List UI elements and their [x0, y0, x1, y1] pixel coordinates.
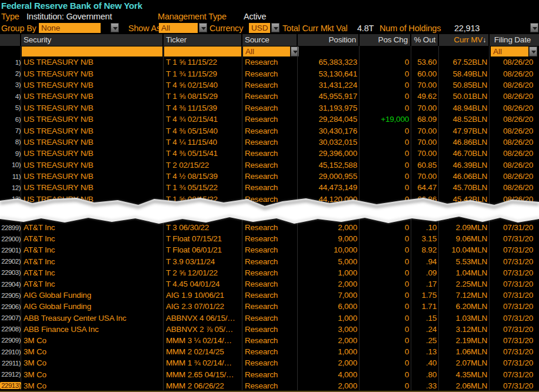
cell-curr-mv: 50.85BLN [439, 81, 490, 89]
cell-ticker: T 4 ⅜ 05/15/41 [164, 149, 242, 158]
cell-filing: 07/31/20 [490, 302, 539, 311]
table-row[interactable]: 22909)3M CoMMM 3 ¼ 02/14/…Research2,0000… [0, 335, 539, 346]
cell-filing: 08/26/20 [490, 81, 539, 89]
cell-num: 6) [0, 116, 21, 123]
cell-source: Research [242, 149, 298, 158]
table-row[interactable]: 22907)ABB Treasury Center USA IncABBNVX … [0, 313, 539, 324]
cell-filing: 08/26/20 [490, 127, 539, 135]
cell-pct-out: .40 [411, 358, 439, 367]
cell-ticker: T 4 ⅜ 11/15/39 [164, 104, 242, 112]
cell-position: 1,000 [298, 314, 360, 323]
cell-curr-mv: 1.03MLN [439, 314, 490, 323]
cell-filing: 07/31/20 [490, 325, 539, 334]
cell-source: Research [242, 234, 298, 243]
cell-curr-mv: 1.04MLN [439, 268, 490, 277]
toolbar-right-dropdown-arrow-icon[interactable] [530, 23, 538, 32]
page-title: Federal Reserve Bank of New York [1, 1, 142, 11]
column-header-pct-out[interactable]: % Out [411, 34, 439, 46]
cell-ticker: T 2 02/15/22 [164, 161, 242, 170]
cell-source: Research [242, 314, 298, 323]
table-row[interactable]: 8)US TREASURY N/BT 4 ¼ 11/15/40Research3… [0, 137, 539, 148]
cell-pct-out: 70.00 [411, 104, 439, 112]
holdings-table-bottom-section: 22899)AT&T IncT 3 06/30/22Research2,0000… [0, 222, 539, 391]
cell-curr-mv: 1.06MLN [439, 347, 490, 356]
cell-num: 11) [0, 173, 21, 180]
column-header-source[interactable]: Source [242, 34, 298, 46]
cell-curr-mv: 4.35MLN [439, 370, 490, 379]
table-row[interactable]: 22906)AIG Global FundingAIG 2.3 07/01/22… [0, 301, 539, 312]
cell-filing: 07/31/20 [490, 370, 539, 379]
cell-pos-chg: 0 [360, 381, 411, 390]
column-header-security[interactable]: Security [21, 34, 164, 46]
security-filter-input[interactable] [22, 46, 162, 57]
cell-pos-chg: 0 [360, 268, 411, 277]
table-row[interactable]: 5)US TREASURY N/BT 4 ⅜ 11/15/39Research3… [0, 102, 539, 114]
table-row[interactable]: 22903)AT&T IncT 2 ⅝ 12/01/22Research1,00… [0, 267, 539, 278]
cell-source: Research [242, 347, 298, 356]
table-row[interactable]: 22908)ABB Finance USA IncABBNVX 2 ⅞ 05/…… [0, 324, 539, 335]
table-row[interactable]: 7)US TREASURY N/BT 4 ⅜ 05/15/40Research3… [0, 125, 539, 136]
table-row[interactable]: 22905)AIG Global FundingAIG 1.9 10/06/21… [0, 290, 539, 301]
table-row[interactable]: 10)US TREASURY N/BT 2 02/15/22Research45… [0, 160, 539, 171]
cell-pos-chg: 0 [360, 234, 411, 243]
column-header-ticker[interactable]: Ticker [164, 34, 242, 46]
currency-dropdown-arrow-icon[interactable] [271, 23, 280, 32]
cell-curr-mv: 5.53MLN [439, 257, 490, 266]
group-by-select[interactable]: None [39, 23, 101, 33]
filing-date-filter-select[interactable]: All [491, 46, 528, 57]
table-row[interactable]: 22910)3M CoMMM 2 02/14/25Research1,0000.… [0, 346, 539, 357]
cell-pos-chg: 0 [360, 280, 411, 288]
ticker-filter-input[interactable] [164, 46, 241, 57]
table-row[interactable]: 6)US TREASURY N/BT 4 ¾ 02/15/41Research2… [0, 114, 539, 125]
table-row[interactable]: 11)US TREASURY N/BT 4 ½ 08/15/39Research… [0, 171, 539, 182]
table-row[interactable]: 22901)AT&T IncT Float 06/01/21Research10… [0, 244, 539, 255]
cell-pct-out: 1.71 [411, 302, 439, 311]
cell-pct-out: 8.92 [411, 245, 439, 254]
column-header-filing-date[interactable]: Filing Date [490, 34, 539, 46]
table-row[interactable]: 9)US TREASURY N/BT 4 ⅜ 05/15/41Research2… [0, 148, 539, 159]
group-by-dropdown-arrow-icon[interactable] [111, 23, 119, 32]
cell-pos-chg: 0 [360, 291, 411, 300]
table-row[interactable]: 22902)AT&T IncT 3.9 03/11/24Research5,00… [0, 256, 539, 267]
column-header-curr-mv[interactable]: Curr MV↓ [439, 34, 490, 46]
holdings-table-top-section: 1)US TREASURY N/BT 1 ⅝ 11/15/22Research6… [0, 57, 539, 205]
cell-pos-chg: 0 [360, 245, 411, 254]
cell-pos-chg: 0 [360, 104, 411, 112]
cell-ticker: T 4 ½ 08/15/39 [164, 172, 242, 181]
asset-type-dropdown-arrow-icon[interactable] [199, 23, 207, 32]
cell-source: Research [242, 257, 298, 266]
cell-filing: 07/31/20 [490, 234, 539, 243]
asset-type-select[interactable]: All [159, 23, 198, 33]
cell-num: 22911) [0, 360, 21, 367]
table-row[interactable]: 22911)3M CoMMM 1 ¾ 02/14/…Research2,0000… [0, 357, 539, 368]
table-row[interactable]: 1)US TREASURY N/BT 1 ⅝ 11/15/22Research6… [0, 57, 539, 68]
column-header-position[interactable]: Position [298, 34, 360, 46]
cell-num: 1) [0, 59, 21, 66]
cell-filing: 07/31/20 [490, 291, 539, 300]
cell-num: 22903) [0, 269, 21, 276]
column-header-pos-chg[interactable]: Pos Chg [360, 34, 411, 46]
currency-select[interactable]: USD [249, 23, 270, 33]
cell-security: AT&T Inc [21, 257, 164, 266]
cell-filing: 08/26/20 [490, 183, 539, 192]
filing-date-filter-dropdown-arrow-icon[interactable] [529, 46, 537, 57]
table-row[interactable]: 22904)AT&T IncT 4.45 04/01/24Research2,0… [0, 278, 539, 290]
cell-filing: 08/26/20 [490, 92, 539, 101]
cell-security: 3M Co [21, 370, 164, 379]
table-row[interactable]: 3)US TREASURY N/BT 4 ⅝ 02/15/40Research3… [0, 79, 539, 91]
cell-pct-out: 60.00 [411, 69, 439, 78]
table-row[interactable]: 22913)3M CoMMM 2 06/26/22Research2,0000.… [0, 380, 539, 391]
table-row[interactable]: 4)US TREASURY N/BT 1 ⅝ 08/15/29Research4… [0, 91, 539, 102]
table-row[interactable]: 22912)3M CoMMM 2.65 04/15/…Research4,000… [0, 368, 539, 380]
cell-security: US TREASURY N/B [21, 172, 164, 181]
source-filter-select[interactable]: All [243, 46, 290, 57]
cell-pos-chg: 0 [360, 161, 411, 170]
table-row[interactable]: 2)US TREASURY N/BT 1 ¾ 11/15/29Research5… [0, 68, 539, 79]
table-row[interactable]: 22900)AT&T IncT Float 07/15/21Research9,… [0, 233, 539, 244]
cell-curr-mv: 2.07MLN [439, 358, 490, 367]
cell-curr-mv: 45.70BLN [439, 183, 490, 192]
cell-position: 2,000 [298, 280, 360, 288]
total-mkt-val-value: 4.8T [357, 24, 374, 33]
cell-pct-out: .17 [411, 280, 439, 288]
cell-ticker: T Float 07/15/21 [164, 234, 242, 243]
